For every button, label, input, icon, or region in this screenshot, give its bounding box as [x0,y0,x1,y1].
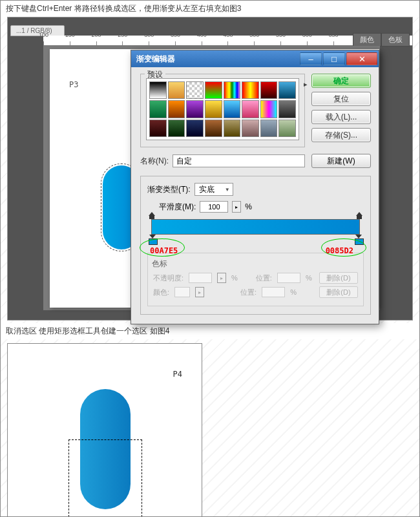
gradient-bar[interactable]: 00A7E5 0085D2 [151,219,360,235]
stops-group: 色标 不透明度: ▸ % 位置: % 删除(D) [147,253,364,306]
window-close-button[interactable]: ✕ [346,52,377,65]
document-tab[interactable]: ...1 / RGB/8) [10,25,65,36]
preset-swatch[interactable] [168,100,185,118]
gradient-name-input[interactable] [173,154,305,167]
hex-right-label: 0085D2 [326,246,353,255]
opacity-position-input [277,273,300,283]
ruler-tick [149,41,175,45]
preset-swatch[interactable] [186,120,204,137]
color-well [174,287,190,297]
screenshot-panel-2: P4 [7,343,202,517]
figure-label-p3: P3 [69,80,78,89]
preset-swatch[interactable] [205,120,222,137]
ruler-tick [280,41,307,45]
preset-swatch[interactable] [186,81,204,99]
presets-group: 预设 [140,74,305,147]
ruler-tick [175,41,202,45]
opacity-dropdown-icon: ▸ [217,273,226,283]
preset-grid[interactable] [146,78,299,140]
figure-label-p4: P4 [173,370,182,379]
preset-swatch[interactable] [278,81,296,99]
name-label: 名称(N): [140,156,169,167]
color-dropdown-icon: ▸ [195,287,204,297]
delete-opacity-stop-button: 删除(D) [319,272,358,284]
opacity-field-label: 不透明度: [153,273,184,283]
color-position-input [262,287,285,297]
preset-swatch[interactable] [242,81,259,99]
window-minimize-button[interactable]: – [300,52,322,65]
ruler-tick [43,41,70,45]
preset-swatch[interactable] [224,120,241,137]
preset-swatch[interactable] [224,81,241,99]
opacity-stop-left[interactable] [149,213,155,219]
preset-swatch[interactable] [168,120,185,137]
opacity-input [189,273,212,283]
hex-left-label: 00A7E5 [150,246,178,255]
reset-button[interactable]: 复位 [311,92,371,106]
preset-swatch[interactable] [149,100,167,118]
preset-swatch[interactable] [242,100,259,118]
preset-swatch[interactable] [278,120,296,137]
preset-swatch[interactable] [186,100,204,118]
smoothness-dropdown-icon[interactable]: ▸ [232,201,241,213]
ok-button[interactable]: 确定 [311,74,371,88]
dialog-title: 渐变编辑器 [136,54,300,65]
screenshot-panel-1: ...1 / RGB/8) 颜色 色板 P3 渐变编辑器 [7,17,413,321]
delete-color-stop-button: 删除(D) [319,286,358,298]
ruler-tick [122,41,149,45]
ruler-tick [227,41,254,45]
preset-swatch[interactable] [168,81,185,99]
save-button[interactable]: 存储(S)... [311,128,371,142]
percent-sign: % [245,202,252,211]
opacity-stop-right[interactable] [356,213,362,219]
caption-2: 取消选区 使用矩形选框工具创建一个选区 如图4 [1,323,419,339]
preset-swatch[interactable] [149,81,167,99]
preset-swatch[interactable] [242,120,259,137]
gradient-type-label: 渐变类型(T): [147,184,191,195]
preset-swatch[interactable] [260,100,278,118]
window-maximize-button[interactable]: □ [323,52,345,65]
preset-swatch[interactable] [149,120,167,137]
preset-swatch[interactable] [205,100,222,118]
panel-tab-color[interactable]: 颜色 [353,33,381,47]
smoothness-label: 平滑度(M): [159,202,196,213]
load-button[interactable]: 载入(L)... [311,110,371,124]
preset-swatch[interactable] [260,81,278,99]
dialog-titlebar[interactable]: 渐变编辑器 – □ ✕ [131,50,379,67]
preset-swatch[interactable] [278,100,296,118]
gradient-editor-dialog: 渐变编辑器 – □ ✕ 预设 确定 复位 载入(L)... [131,50,379,324]
stops-group-label: 色标 [152,258,358,269]
ruler-tick [70,41,96,45]
gradient-type-select[interactable]: 实底 [194,183,233,196]
new-gradient-button[interactable]: 新建(W) [311,154,371,168]
ruler-tick [96,41,123,45]
ruler-tick [254,41,280,45]
position-field-label: 位置: [256,273,272,283]
color-position-label: 位置: [240,288,257,297]
ruler-tick [307,41,333,45]
preset-swatch[interactable] [260,120,278,137]
preset-swatch[interactable] [224,100,241,118]
smoothness-input[interactable] [200,201,228,213]
panel-tab-swatches[interactable]: 色板 [381,33,410,47]
caption-1: 按下键盘Ctrl+Enter 将路径转换成选区，使用渐变从左至右填充如图3 [1,1,419,17]
preset-swatch[interactable] [205,81,222,99]
ruler-tick [202,41,228,45]
color-field-label: 颜色: [153,288,169,297]
rectangular-marquee-selection [68,439,142,517]
